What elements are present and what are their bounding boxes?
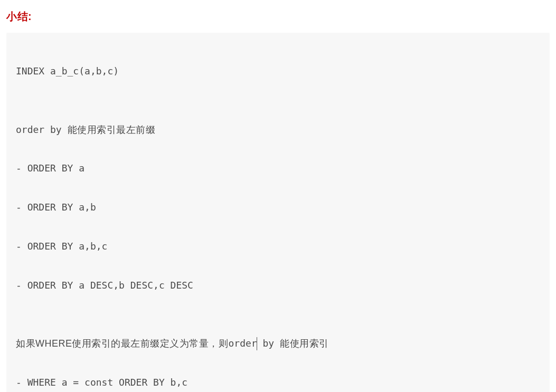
code-section-title: 如果WHERE使用索引的最左前缀定义为常量，则order by 能使用索引	[16, 334, 540, 353]
code-line: - ORDER BY a	[16, 159, 540, 178]
code-text: order by	[16, 124, 68, 135]
code-text-cn: 能使用索引	[280, 338, 329, 349]
text-cursor-icon	[257, 337, 257, 350]
code-text: order	[229, 338, 257, 349]
code-block: INDEX a_b_c(a,b,c) order by 能使用索引最左前缀 - …	[6, 33, 550, 392]
code-line: - ORDER BY a DESC,b DESC,c DESC	[16, 276, 540, 295]
code-line: - ORDER BY a,b,c	[16, 237, 540, 256]
code-line: - ORDER BY a,b	[16, 198, 540, 217]
code-section-title: order by 能使用索引最左前缀	[16, 120, 540, 140]
code-text-cn: 如果WHERE使用索引的最左前缀定义为常量，则	[16, 338, 229, 349]
code-line: INDEX a_b_c(a,b,c)	[16, 62, 540, 81]
section-heading: 小结:	[6, 8, 550, 24]
code-line: - WHERE a = const ORDER BY b,c	[16, 373, 540, 392]
code-text: by	[257, 338, 280, 349]
code-text-cn: 能使用索引最左前缀	[68, 125, 156, 135]
